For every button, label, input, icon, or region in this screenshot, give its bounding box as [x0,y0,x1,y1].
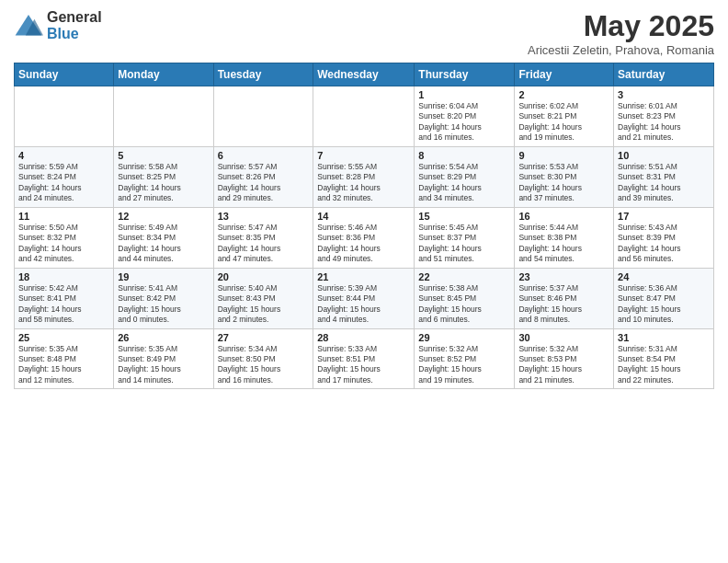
table-row: 16Sunrise: 5:44 AM Sunset: 8:38 PM Dayli… [515,207,614,268]
day-number: 19 [118,271,209,282]
day-info: Sunrise: 5:32 AM Sunset: 8:53 PM Dayligh… [518,344,609,386]
day-number: 31 [618,332,710,343]
day-number: 29 [418,332,510,343]
table-row: 13Sunrise: 5:47 AM Sunset: 8:35 PM Dayli… [213,207,313,268]
day-info: Sunrise: 5:43 AM Sunset: 8:39 PM Dayligh… [618,223,710,265]
logo-blue: Blue [47,26,102,42]
day-number: 13 [218,211,310,222]
table-row: 8Sunrise: 5:54 AM Sunset: 8:29 PM Daylig… [415,146,515,207]
day-number: 1 [418,89,510,100]
day-number: 8 [418,150,510,161]
day-number: 30 [518,332,609,343]
day-info: Sunrise: 5:40 AM Sunset: 8:43 PM Dayligh… [218,283,310,326]
header-friday: Friday [515,63,614,86]
weekday-header-row: Sunday Monday Tuesday Wednesday Thursday… [15,63,714,86]
calendar-week-row: 4Sunrise: 5:59 AM Sunset: 8:24 PM Daylig… [15,146,714,207]
table-row [313,86,415,147]
day-info: Sunrise: 5:34 AM Sunset: 8:50 PM Dayligh… [218,344,310,386]
day-info: Sunrise: 5:32 AM Sunset: 8:52 PM Dayligh… [418,344,510,386]
day-number: 12 [118,211,209,222]
day-info: Sunrise: 5:57 AM Sunset: 8:26 PM Dayligh… [218,162,310,204]
page: General Blue May 2025 Aricestii Zeletin,… [0,0,728,563]
table-row: 26Sunrise: 5:35 AM Sunset: 8:49 PM Dayli… [114,328,213,389]
table-row: 25Sunrise: 5:35 AM Sunset: 8:48 PM Dayli… [15,328,114,389]
day-info: Sunrise: 5:59 AM Sunset: 8:24 PM Dayligh… [18,162,109,204]
logo-text: General Blue [47,9,102,41]
day-info: Sunrise: 5:41 AM Sunset: 8:42 PM Dayligh… [118,283,209,326]
day-info: Sunrise: 5:49 AM Sunset: 8:34 PM Dayligh… [118,223,209,265]
logo-icon [14,13,43,39]
table-row: 1Sunrise: 6:04 AM Sunset: 8:20 PM Daylig… [415,86,515,147]
day-number: 10 [618,150,710,161]
header-thursday: Thursday [415,63,515,86]
table-row: 23Sunrise: 5:37 AM Sunset: 8:46 PM Dayli… [515,268,614,328]
day-info: Sunrise: 5:42 AM Sunset: 8:41 PM Dayligh… [18,283,109,326]
table-row: 12Sunrise: 5:49 AM Sunset: 8:34 PM Dayli… [114,207,213,268]
day-number: 4 [18,150,109,161]
table-row: 24Sunrise: 5:36 AM Sunset: 8:47 PM Dayli… [614,268,714,328]
table-row: 22Sunrise: 5:38 AM Sunset: 8:45 PM Dayli… [415,268,515,328]
day-number: 2 [518,89,609,100]
day-number: 9 [518,150,609,161]
table-row: 19Sunrise: 5:41 AM Sunset: 8:42 PM Dayli… [114,268,213,328]
table-row: 29Sunrise: 5:32 AM Sunset: 8:52 PM Dayli… [415,328,515,389]
header-wednesday: Wednesday [313,63,415,86]
header-saturday: Saturday [614,63,714,86]
day-number: 28 [317,332,410,343]
header-monday: Monday [114,63,213,86]
day-info: Sunrise: 5:35 AM Sunset: 8:48 PM Dayligh… [18,344,109,386]
table-row: 21Sunrise: 5:39 AM Sunset: 8:44 PM Dayli… [313,268,415,328]
table-row: 15Sunrise: 5:45 AM Sunset: 8:37 PM Dayli… [415,207,515,268]
day-info: Sunrise: 5:53 AM Sunset: 8:30 PM Dayligh… [518,162,609,204]
logo-general: General [47,9,102,26]
table-row: 27Sunrise: 5:34 AM Sunset: 8:50 PM Dayli… [213,328,313,389]
day-info: Sunrise: 5:38 AM Sunset: 8:45 PM Dayligh… [418,283,510,326]
table-row: 17Sunrise: 5:43 AM Sunset: 8:39 PM Dayli… [614,207,714,268]
day-info: Sunrise: 5:39 AM Sunset: 8:44 PM Dayligh… [317,283,410,326]
table-row: 7Sunrise: 5:55 AM Sunset: 8:28 PM Daylig… [313,146,415,207]
day-number: 20 [218,271,310,282]
table-row [213,86,313,147]
day-info: Sunrise: 5:44 AM Sunset: 8:38 PM Dayligh… [518,223,609,265]
day-number: 17 [618,211,710,222]
calendar-week-row: 25Sunrise: 5:35 AM Sunset: 8:48 PM Dayli… [15,328,714,389]
calendar-week-row: 11Sunrise: 5:50 AM Sunset: 8:32 PM Dayli… [15,207,714,268]
table-row: 28Sunrise: 5:33 AM Sunset: 8:51 PM Dayli… [313,328,415,389]
table-row: 30Sunrise: 5:32 AM Sunset: 8:53 PM Dayli… [515,328,614,389]
day-info: Sunrise: 5:33 AM Sunset: 8:51 PM Dayligh… [317,344,410,386]
day-number: 15 [418,211,510,222]
day-number: 24 [618,271,710,282]
day-info: Sunrise: 5:58 AM Sunset: 8:25 PM Dayligh… [118,162,209,204]
day-info: Sunrise: 5:45 AM Sunset: 8:37 PM Dayligh… [418,223,510,265]
table-row: 31Sunrise: 5:31 AM Sunset: 8:54 PM Dayli… [614,328,714,389]
table-row: 18Sunrise: 5:42 AM Sunset: 8:41 PM Dayli… [15,268,114,328]
day-info: Sunrise: 5:55 AM Sunset: 8:28 PM Dayligh… [317,162,410,204]
day-info: Sunrise: 5:54 AM Sunset: 8:29 PM Dayligh… [418,162,510,204]
table-row: 11Sunrise: 5:50 AM Sunset: 8:32 PM Dayli… [15,207,114,268]
day-info: Sunrise: 5:35 AM Sunset: 8:49 PM Dayligh… [118,344,209,386]
day-number: 23 [518,271,609,282]
day-number: 5 [118,150,209,161]
calendar-table: Sunday Monday Tuesday Wednesday Thursday… [14,63,714,389]
day-number: 7 [317,150,410,161]
table-row [15,86,114,147]
calendar-week-row: 18Sunrise: 5:42 AM Sunset: 8:41 PM Dayli… [15,268,714,328]
header-tuesday: Tuesday [213,63,313,86]
day-info: Sunrise: 5:51 AM Sunset: 8:31 PM Dayligh… [618,162,710,204]
header-sunday: Sunday [15,63,114,86]
table-row: 14Sunrise: 5:46 AM Sunset: 8:36 PM Dayli… [313,207,415,268]
table-row: 6Sunrise: 5:57 AM Sunset: 8:26 PM Daylig… [213,146,313,207]
day-info: Sunrise: 5:31 AM Sunset: 8:54 PM Dayligh… [618,344,710,386]
day-info: Sunrise: 5:50 AM Sunset: 8:32 PM Dayligh… [18,223,109,265]
table-row: 2Sunrise: 6:02 AM Sunset: 8:21 PM Daylig… [515,86,614,147]
title-block: May 2025 Aricestii Zeletin, Prahova, Rom… [528,9,714,57]
table-row [114,86,213,147]
calendar-week-row: 1Sunrise: 6:04 AM Sunset: 8:20 PM Daylig… [15,86,714,147]
day-info: Sunrise: 6:01 AM Sunset: 8:23 PM Dayligh… [618,101,710,144]
day-number: 18 [18,271,109,282]
day-info: Sunrise: 5:47 AM Sunset: 8:35 PM Dayligh… [218,223,310,265]
table-row: 9Sunrise: 5:53 AM Sunset: 8:30 PM Daylig… [515,146,614,207]
table-row: 10Sunrise: 5:51 AM Sunset: 8:31 PM Dayli… [614,146,714,207]
day-info: Sunrise: 5:36 AM Sunset: 8:47 PM Dayligh… [618,283,710,326]
logo: General Blue [14,9,102,41]
